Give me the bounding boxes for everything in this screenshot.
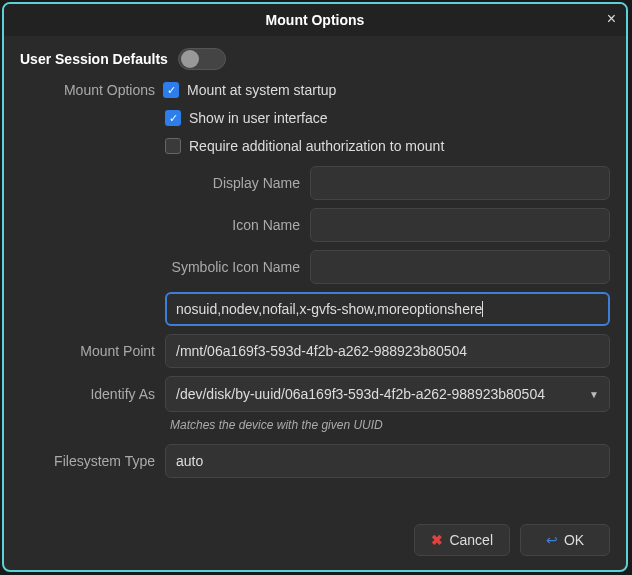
show-in-ui-row: ✓ Show in user interface [20,110,610,126]
mount-point-input[interactable] [165,334,610,368]
cancel-button[interactable]: ✖ Cancel [414,524,510,556]
cancel-x-icon: ✖ [431,532,443,548]
mount-options-value: nosuid,nodev,nofail,x-gvfs-show,moreopti… [176,301,482,317]
mount-options-row: Mount Options ✓ Mount at system startup [20,82,610,98]
text-cursor-icon [482,301,483,317]
icon-name-label: Icon Name [20,217,300,233]
close-icon[interactable]: × [607,10,616,28]
identify-as-label: Identify As [20,386,155,402]
mount-point-label: Mount Point [20,343,155,359]
ok-return-icon: ↩ [546,532,558,548]
cancel-label: Cancel [449,532,493,548]
require-auth-label: Require additional authorization to moun… [189,138,444,154]
mount-options-label: Mount Options [20,82,155,98]
user-session-defaults-row: User Session Defaults [20,48,610,70]
symbolic-icon-name-input[interactable] [310,250,610,284]
user-session-defaults-label: User Session Defaults [20,51,168,67]
require-auth-checkbox[interactable] [165,138,181,154]
identify-as-row: Identify As /dev/disk/by-uuid/06a169f3-5… [20,376,610,412]
symbolic-icon-name-row: Symbolic Icon Name [20,250,610,284]
icon-name-input[interactable] [310,208,610,242]
filesystem-type-label: Filesystem Type [20,453,155,469]
display-name-input[interactable] [310,166,610,200]
mount-point-row: Mount Point [20,334,610,368]
filesystem-type-input[interactable] [165,444,610,478]
identify-as-helper: Matches the device with the given UUID [20,418,610,432]
mount-options-dialog: Mount Options × User Session Defaults Mo… [2,2,628,572]
toggle-knob-icon [181,50,199,68]
require-auth-row: Require additional authorization to moun… [20,138,610,154]
mount-options-text-row: nosuid,nodev,nofail,x-gvfs-show,moreopti… [20,292,610,326]
mount-at-startup-checkbox[interactable]: ✓ [163,82,179,98]
check-icon: ✓ [167,85,176,96]
display-name-row: Display Name [20,166,610,200]
dialog-buttons: ✖ Cancel ↩ OK [4,518,626,570]
titlebar: Mount Options × [4,4,626,36]
user-session-defaults-toggle[interactable] [178,48,226,70]
symbolic-icon-name-label: Symbolic Icon Name [20,259,300,275]
check-icon: ✓ [169,113,178,124]
mount-options-input[interactable]: nosuid,nodev,nofail,x-gvfs-show,moreopti… [165,292,610,326]
ok-button[interactable]: ↩ OK [520,524,610,556]
show-in-ui-label: Show in user interface [189,110,328,126]
chevron-down-icon: ▼ [589,389,599,400]
identify-as-select[interactable]: /dev/disk/by-uuid/06a169f3-593d-4f2b-a26… [165,376,610,412]
icon-name-row: Icon Name [20,208,610,242]
show-in-ui-checkbox[interactable]: ✓ [165,110,181,126]
dialog-title: Mount Options [266,12,365,28]
filesystem-type-row: Filesystem Type [20,444,610,478]
dialog-content: User Session Defaults Mount Options ✓ Mo… [4,36,626,518]
identify-as-value: /dev/disk/by-uuid/06a169f3-593d-4f2b-a26… [176,386,545,402]
mount-at-startup-label: Mount at system startup [187,82,336,98]
ok-label: OK [564,532,584,548]
display-name-label: Display Name [20,175,300,191]
